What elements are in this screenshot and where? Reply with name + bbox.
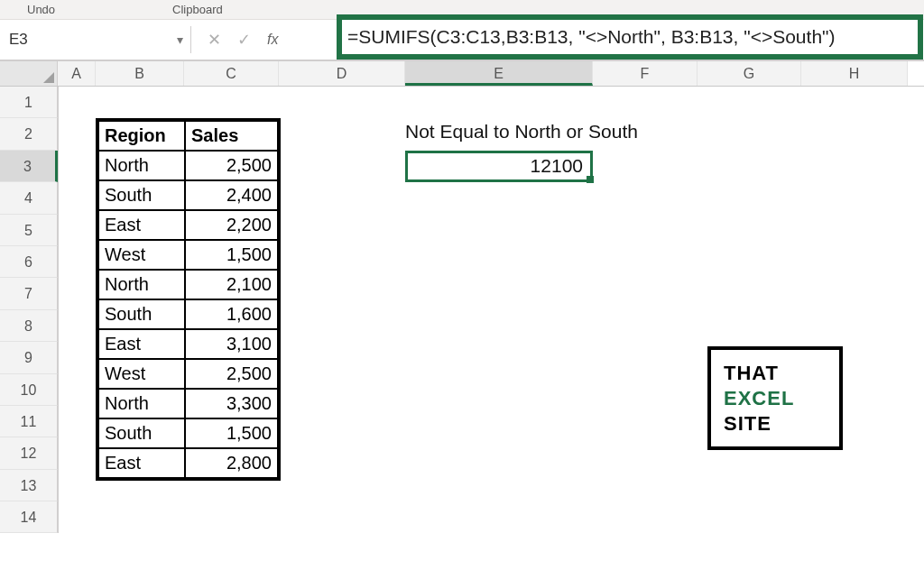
row-header-7[interactable]: 7 [0, 278, 58, 309]
col-header-F[interactable]: F [593, 61, 698, 86]
table-header-sales[interactable]: Sales [185, 121, 278, 151]
table-cell-region[interactable]: North [98, 389, 185, 418]
row-header-12[interactable]: 12 [0, 437, 58, 469]
logo-line-1: THAT [724, 362, 839, 385]
table-row: East3,100 [98, 329, 278, 359]
table-row: South1,500 [98, 418, 278, 448]
col-header-C[interactable]: C [184, 61, 279, 86]
row-header-14[interactable]: 14 [0, 501, 58, 533]
grid-area: A B C D E F G H 1234567891011121314 Regi… [0, 61, 924, 533]
table-cell-region[interactable]: East [98, 210, 185, 240]
enter-icon[interactable]: ✓ [237, 30, 251, 50]
row-header-5[interactable]: 5 [0, 215, 58, 246]
gridline-edge [58, 87, 59, 533]
row-header-9[interactable]: 9 [0, 342, 58, 373]
table-cell-region[interactable]: South [98, 299, 185, 329]
result-label: Not Equal to North or South [405, 121, 638, 142]
table-cell-region[interactable]: South [98, 180, 185, 210]
sheet-body[interactable]: RegionSalesNorth2,500South2,400East2,200… [58, 87, 924, 533]
table-cell-region[interactable]: East [98, 448, 185, 478]
formula-bar-text[interactable]: =SUMIFS(C3:C13,B3:B13, "<>North", B3:B13… [347, 26, 836, 48]
table-row: East2,200 [98, 210, 278, 240]
table-cell-sales[interactable]: 2,400 [185, 180, 278, 210]
row-headers: 1234567891011121314 [0, 87, 58, 533]
table-row: North2,500 [98, 151, 278, 180]
col-header-G[interactable]: G [698, 61, 801, 86]
formula-bar-row: E3 ▾ ✕ ✓ fx =SUMIFS(C3:C13,B3:B13, "<>No… [0, 20, 924, 61]
table-row: West2,500 [98, 359, 278, 389]
row-header-3[interactable]: 3 [0, 151, 58, 182]
table-header-region[interactable]: Region [98, 121, 185, 151]
row-header-8[interactable]: 8 [0, 310, 58, 342]
active-cell-E3[interactable]: 12100 [405, 151, 593, 183]
ribbon-undo-group-label: Undo [0, 3, 82, 16]
table-row: RegionSales [98, 121, 278, 151]
ribbon-clipboard-group-label: Clipboard [82, 3, 250, 16]
table-cell-sales[interactable]: 1,500 [185, 418, 278, 448]
col-header-H[interactable]: H [801, 61, 908, 86]
select-all-corner[interactable] [0, 61, 58, 86]
logo-line-2: EXCEL [724, 387, 839, 410]
table-cell-sales[interactable]: 1,500 [185, 240, 278, 270]
table-cell-sales[interactable]: 1,600 [185, 299, 278, 329]
table-cell-sales[interactable]: 2,800 [185, 448, 278, 478]
table-cell-region[interactable]: North [98, 151, 185, 180]
table-cell-sales[interactable]: 3,100 [185, 329, 278, 359]
table-cell-region[interactable]: West [98, 240, 185, 270]
col-header-B[interactable]: B [96, 61, 184, 86]
formula-bar-icons: ✕ ✓ fx [191, 30, 294, 50]
table-row: South2,400 [98, 180, 278, 210]
column-headers: A B C D E F G H [0, 61, 924, 87]
row-header-10[interactable]: 10 [0, 374, 58, 406]
col-header-A[interactable]: A [58, 61, 96, 86]
table-cell-region[interactable]: West [98, 359, 185, 389]
table-cell-sales[interactable]: 2,100 [185, 270, 278, 299]
row-header-11[interactable]: 11 [0, 406, 58, 437]
row-header-2[interactable]: 2 [0, 118, 58, 150]
name-box[interactable]: E3 ▾ [2, 26, 191, 53]
table-cell-sales[interactable]: 2,500 [185, 359, 278, 389]
fx-icon[interactable]: fx [267, 32, 278, 48]
name-box-value: E3 [9, 31, 177, 49]
row-header-6[interactable]: 6 [0, 246, 58, 278]
table-row: East2,800 [98, 448, 278, 478]
table-row: West1,500 [98, 240, 278, 270]
row-header-13[interactable]: 13 [0, 470, 58, 501]
table-row: South1,600 [98, 299, 278, 329]
table-cell-sales[interactable]: 2,200 [185, 210, 278, 240]
table-row: North3,300 [98, 389, 278, 418]
table-cell-sales[interactable]: 3,300 [185, 389, 278, 418]
table-cell-sales[interactable]: 2,500 [185, 151, 278, 180]
table-cell-region[interactable]: North [98, 270, 185, 299]
formula-highlight-box: =SUMIFS(C3:C13,B3:B13, "<>North", B3:B13… [337, 14, 923, 60]
active-cell-value: 12100 [531, 155, 583, 177]
cancel-icon[interactable]: ✕ [208, 30, 221, 50]
data-table: RegionSalesNorth2,500South2,400East2,200… [96, 118, 281, 481]
col-header-D[interactable]: D [279, 61, 405, 86]
chevron-down-icon[interactable]: ▾ [177, 32, 183, 47]
table-cell-region[interactable]: East [98, 329, 185, 359]
col-header-E[interactable]: E [405, 61, 593, 86]
table-cell-region[interactable]: South [98, 418, 185, 448]
row-header-4[interactable]: 4 [0, 182, 58, 214]
logo-box: THAT EXCEL SITE [707, 346, 843, 450]
logo-line-3: SITE [724, 412, 839, 436]
row-header-1[interactable]: 1 [0, 87, 58, 118]
table-row: North2,100 [98, 270, 278, 299]
